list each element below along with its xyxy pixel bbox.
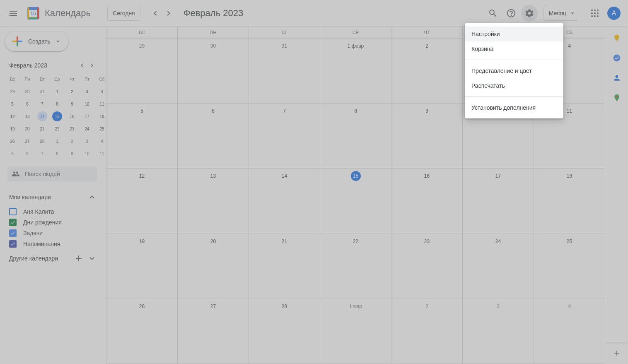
mini-day-cell[interactable]: 20	[20, 123, 35, 135]
grid-day-cell[interactable]: 17	[462, 169, 534, 234]
grid-day-cell[interactable]: 13	[177, 169, 249, 234]
add-addon-icon[interactable]	[613, 349, 621, 357]
grid-day-cell[interactable]: 1 мар	[320, 299, 391, 364]
mini-day-cell[interactable]: 18	[94, 110, 106, 123]
mini-day-cell[interactable]: 9	[65, 147, 80, 160]
mini-day-cell[interactable]: 28	[35, 135, 50, 147]
settings-menu-item[interactable]: Распечатать	[465, 78, 563, 93]
grid-day-cell[interactable]: 21	[249, 234, 320, 299]
mini-day-cell[interactable]: 31	[35, 85, 50, 98]
people-search[interactable]: Поиск людей	[7, 166, 97, 181]
mini-day-cell[interactable]: 12	[5, 110, 20, 123]
settings-menu-item[interactable]: Корзина	[465, 41, 563, 56]
mini-day-cell[interactable]: 17	[80, 110, 94, 123]
mini-day-cell[interactable]: 1	[50, 135, 65, 147]
mini-day-cell[interactable]: 4	[94, 135, 106, 147]
today-button[interactable]: Сегодня	[107, 6, 140, 21]
mini-day-cell[interactable]: 5	[5, 98, 20, 110]
mini-day-cell[interactable]: 10	[80, 147, 94, 160]
mini-day-cell[interactable]: 25	[94, 123, 106, 135]
grid-day-cell[interactable]: 15	[320, 169, 391, 234]
mini-day-cell[interactable]: 6	[20, 147, 35, 160]
mini-next-button[interactable]	[87, 60, 97, 70]
google-apps-button[interactable]	[587, 5, 603, 22]
calendar-checkbox[interactable]	[9, 219, 17, 226]
mini-day-cell[interactable]: 26	[5, 135, 20, 147]
mini-day-cell[interactable]: 30	[20, 85, 35, 98]
help-button[interactable]	[503, 5, 519, 22]
mini-day-cell[interactable]: 24	[80, 123, 94, 135]
grid-day-cell[interactable]: 3	[462, 299, 534, 364]
grid-day-cell[interactable]: 20	[177, 234, 249, 299]
maps-icon[interactable]	[613, 94, 621, 102]
mini-day-cell[interactable]: 3	[80, 85, 94, 98]
mini-day-cell[interactable]: 3	[80, 135, 94, 147]
mini-day-cell[interactable]: 8	[50, 147, 65, 160]
grid-day-cell[interactable]: 2	[391, 299, 462, 364]
other-calendars-header[interactable]: Другие календари	[3, 249, 99, 268]
grid-day-cell[interactable]: 6	[177, 104, 249, 169]
calendar-checkbox[interactable]	[9, 208, 17, 215]
mini-prev-button[interactable]	[77, 60, 87, 70]
grid-day-cell[interactable]: 18	[534, 169, 605, 234]
grid-day-cell[interactable]: 12	[106, 169, 177, 234]
grid-day-cell[interactable]: 22	[320, 234, 391, 299]
mini-day-cell[interactable]: 1	[50, 85, 65, 98]
mini-day-cell[interactable]: 6	[20, 98, 35, 110]
calendar-list-item[interactable]: Аня Калита	[3, 206, 99, 217]
next-period-button[interactable]	[162, 7, 175, 20]
mini-day-cell[interactable]: 15	[50, 110, 65, 123]
mini-day-cell[interactable]: 27	[20, 135, 35, 147]
settings-button[interactable]	[521, 5, 538, 22]
main-menu-button[interactable]	[3, 3, 23, 23]
mini-day-cell[interactable]: 29	[5, 85, 20, 98]
grid-day-cell[interactable]: 9	[391, 104, 462, 169]
settings-menu-item[interactable]: Установить дополнения	[465, 100, 563, 115]
search-button[interactable]	[485, 5, 501, 22]
grid-day-cell[interactable]: 27	[177, 299, 249, 364]
mini-day-cell[interactable]: 4	[94, 85, 106, 98]
tasks-icon[interactable]	[613, 54, 621, 62]
settings-menu-item[interactable]: Представление и цвет	[465, 63, 563, 78]
grid-day-cell[interactable]: 19	[106, 234, 177, 299]
mini-day-cell[interactable]: 10	[80, 98, 94, 110]
calendar-checkbox[interactable]	[9, 240, 17, 248]
grid-day-cell[interactable]: 24	[462, 234, 534, 299]
grid-day-cell[interactable]: 2	[391, 39, 462, 104]
mini-day-cell[interactable]: 23	[65, 123, 80, 135]
grid-day-cell[interactable]: 29	[106, 39, 177, 104]
grid-day-cell[interactable]: 28	[249, 299, 320, 364]
grid-day-cell[interactable]: 16	[391, 169, 462, 234]
mini-day-cell[interactable]: 11	[94, 98, 106, 110]
mini-day-cell[interactable]: 9	[65, 98, 80, 110]
grid-day-cell[interactable]: 25	[534, 234, 605, 299]
grid-day-cell[interactable]: 14	[249, 169, 320, 234]
mini-day-cell[interactable]: 8	[50, 98, 65, 110]
grid-day-cell[interactable]: 23	[391, 234, 462, 299]
settings-menu-item[interactable]: Настройки	[465, 27, 563, 41]
mini-day-cell[interactable]: 2	[65, 135, 80, 147]
my-calendars-header[interactable]: Мои календари	[3, 188, 99, 206]
mini-day-cell[interactable]: 19	[5, 123, 20, 135]
mini-day-cell[interactable]: 16	[65, 110, 80, 123]
prev-period-button[interactable]	[149, 7, 162, 20]
keep-icon[interactable]	[613, 34, 621, 42]
grid-day-cell[interactable]: 1 февр	[320, 39, 391, 104]
mini-day-cell[interactable]: 13	[20, 110, 35, 123]
grid-day-cell[interactable]: 7	[249, 104, 320, 169]
mini-day-cell[interactable]: 2	[65, 85, 80, 98]
grid-day-cell[interactable]: 26	[106, 299, 177, 364]
mini-day-cell[interactable]: 14	[35, 110, 50, 123]
grid-day-cell[interactable]: 30	[177, 39, 249, 104]
grid-day-cell[interactable]: 8	[320, 104, 391, 169]
mini-day-cell[interactable]: 22	[50, 123, 65, 135]
mini-day-cell[interactable]: 21	[35, 123, 50, 135]
calendar-list-item[interactable]: Задачи	[3, 228, 99, 239]
mini-day-cell[interactable]: 5	[5, 147, 20, 160]
calendar-checkbox[interactable]	[9, 229, 17, 237]
contacts-icon[interactable]	[613, 74, 621, 82]
mini-day-cell[interactable]: 7	[35, 98, 50, 110]
grid-day-cell[interactable]: 5	[106, 104, 177, 169]
mini-day-cell[interactable]: 11	[94, 147, 106, 160]
plus-icon[interactable]	[74, 253, 84, 263]
